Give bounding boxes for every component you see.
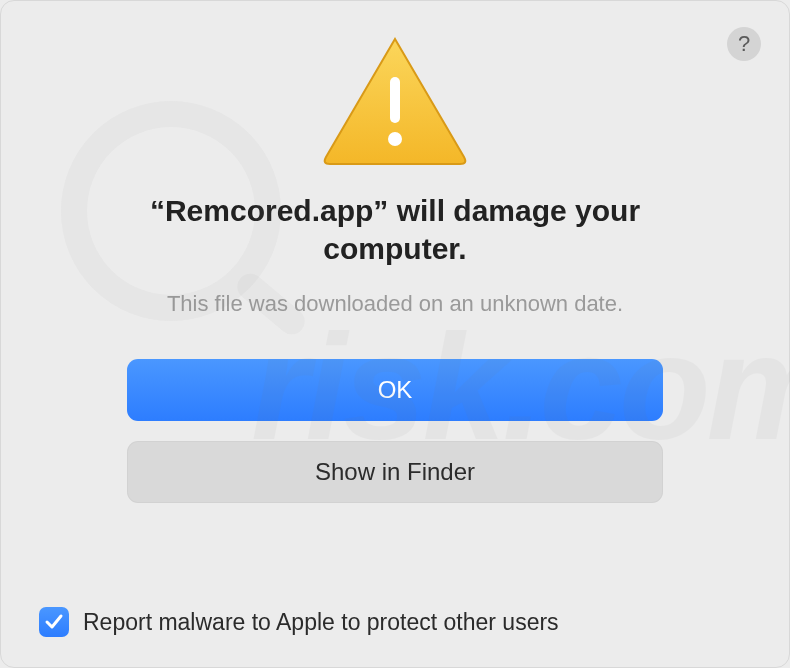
help-button[interactable]: ? — [727, 27, 761, 61]
ok-button[interactable]: OK — [127, 359, 663, 421]
svg-rect-0 — [390, 77, 400, 123]
svg-point-1 — [388, 132, 402, 146]
warning-icon-wrap — [320, 33, 470, 168]
dialog-heading: “Remcored.app” will damage your computer… — [115, 192, 675, 269]
report-malware-label: Report malware to Apple to protect other… — [83, 609, 559, 636]
show-in-finder-button[interactable]: Show in Finder — [127, 441, 663, 503]
report-malware-checkbox[interactable] — [39, 607, 69, 637]
checkmark-icon — [44, 612, 64, 632]
warning-icon — [320, 33, 470, 168]
report-malware-row: Report malware to Apple to protect other… — [39, 607, 559, 637]
dialog-subtext: This file was downloaded on an unknown d… — [167, 291, 623, 317]
help-icon: ? — [738, 31, 750, 57]
gatekeeper-dialog: risk.com ? “Remcored.app” will damage yo… — [0, 0, 790, 668]
